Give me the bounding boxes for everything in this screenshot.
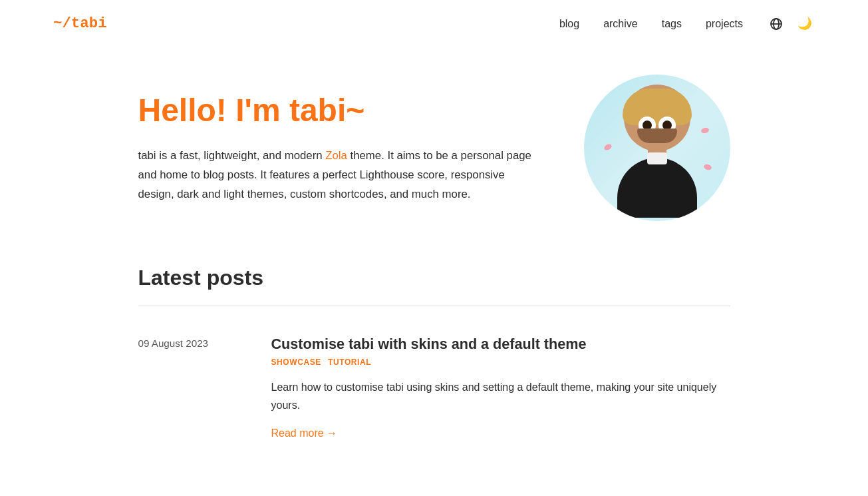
petal-1 bbox=[603, 142, 612, 151]
hero-avatar bbox=[584, 75, 730, 221]
post-content: Customise tabi with skins and a default … bbox=[271, 333, 730, 442]
nav-tags[interactable]: tags bbox=[662, 15, 682, 33]
post-excerpt: Learn how to customise tabi using skins … bbox=[271, 378, 730, 414]
avatar-hair bbox=[623, 89, 692, 125]
hero-desc-part1: tabi is a fast, lightweight, and modern bbox=[138, 149, 326, 162]
post-tags: SHOWCASE TUTORIAL bbox=[271, 356, 730, 369]
post-title[interactable]: Customise tabi with skins and a default … bbox=[271, 336, 587, 352]
globe-icon bbox=[770, 17, 783, 31]
nav-icons: 🌙 bbox=[767, 14, 815, 33]
main-nav: blog archive tags projects 🌙 bbox=[559, 14, 815, 33]
dark-mode-button[interactable]: 🌙 bbox=[795, 14, 815, 33]
section-divider bbox=[138, 306, 730, 306]
avatar-collar bbox=[647, 152, 667, 164]
nav-archive[interactable]: archive bbox=[603, 15, 638, 33]
read-more-link[interactable]: Read more → bbox=[271, 425, 338, 442]
post-tag-1: TUTORIAL bbox=[328, 356, 371, 369]
hero-text: Hello! I'm tabi~ tabi is a fast, lightwe… bbox=[138, 91, 537, 204]
petal-3 bbox=[700, 126, 710, 134]
site-logo[interactable]: ~/tabi bbox=[53, 12, 107, 36]
avatar-figure bbox=[591, 78, 724, 218]
nav-blog[interactable]: blog bbox=[559, 15, 579, 33]
avatar-body bbox=[617, 158, 697, 218]
main-content: Hello! I'm tabi~ tabi is a fast, lightwe… bbox=[85, 48, 784, 495]
post-item: 09 August 2023 Customise tabi with skins… bbox=[138, 333, 730, 442]
nav-projects[interactable]: projects bbox=[706, 15, 743, 33]
hero-description: tabi is a fast, lightweight, and modern … bbox=[138, 146, 537, 204]
post-tag-0: SHOWCASE bbox=[271, 356, 321, 369]
zola-link[interactable]: Zola bbox=[325, 149, 347, 162]
site-header: ~/tabi blog archive tags projects 🌙 bbox=[0, 0, 868, 48]
post-date: 09 August 2023 bbox=[138, 333, 231, 442]
avatar-beard bbox=[637, 128, 677, 143]
petal-2 bbox=[702, 163, 712, 171]
hero-title: Hello! I'm tabi~ bbox=[138, 91, 537, 130]
latest-posts-heading: Latest posts bbox=[138, 261, 730, 295]
latest-posts-section: Latest posts 09 August 2023 Customise ta… bbox=[138, 261, 730, 442]
hero-section: Hello! I'm tabi~ tabi is a fast, lightwe… bbox=[138, 75, 730, 221]
language-button[interactable] bbox=[767, 15, 786, 33]
avatar-head bbox=[624, 85, 690, 151]
moon-icon: 🌙 bbox=[797, 17, 812, 31]
